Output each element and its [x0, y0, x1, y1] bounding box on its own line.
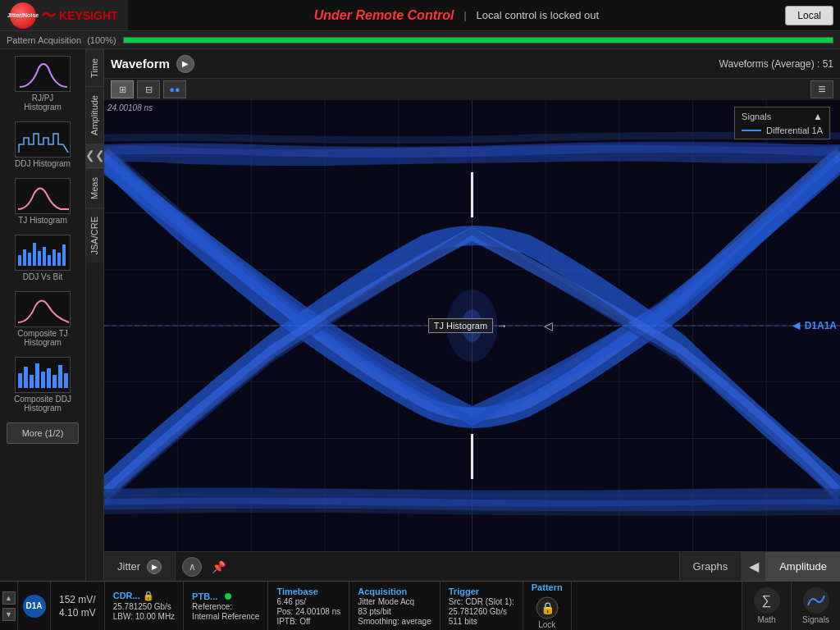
svg-rect-23: [58, 365, 62, 388]
svg-rect-17: [24, 367, 28, 388]
signals-header: Signals ▲: [742, 111, 823, 122]
header: Jitter/Noise 〜 KEYSIGHT Under Remote Con…: [0, 0, 840, 31]
sidebar-thumb-ddj: [15, 121, 71, 158]
pattern-label: Pattern Acquisition (100%): [7, 35, 116, 45]
signals-button[interactable]: Signals: [791, 582, 840, 630]
sidebar-label-tj: TJ Histogram: [18, 216, 66, 225]
lock-label: Lock: [532, 620, 563, 629]
keysight-logo: 〜 KEYSIGHT: [41, 6, 118, 25]
ptb-title: PTB...: [192, 591, 259, 601]
sidebar-item-ddj[interactable]: DDJ Histogram: [3, 118, 82, 171]
pattern-fill: [124, 38, 833, 43]
waveform-play-button[interactable]: ▶: [176, 55, 194, 73]
sidebar-thumb-ddj-bit: [15, 235, 71, 271]
status-trigger-section: Trigger Src: CDR (Slot 1): 25.781260 Gb/…: [441, 582, 523, 630]
math-label: Math: [757, 615, 775, 624]
svg-rect-13: [62, 244, 66, 266]
tj-histogram-label: TJ Histogram: [428, 318, 493, 333]
svg-rect-24: [64, 373, 68, 388]
svg-rect-7: [33, 243, 36, 266]
remote-control-bar: Under Remote Control | Local control is …: [128, 8, 786, 23]
trigger-title: Trigger: [449, 587, 514, 596]
vtab-meas[interactable]: Meas: [86, 168, 103, 208]
eye-diagram-canvas: 24.00108 ns Signals ▲ Differential 1A TJ…: [104, 100, 840, 551]
math-button[interactable]: ∑ Math: [742, 582, 791, 630]
vtab-jsacre[interactable]: JSA/CRE: [86, 208, 103, 262]
pattern-bar: Pattern Acquisition (100%): [0, 31, 840, 49]
signals-expand-icon[interactable]: ▲: [813, 111, 823, 122]
svg-text:🔒: 🔒: [540, 601, 555, 615]
sidebar-thumb-ctj: [15, 291, 71, 327]
amplitude-button[interactable]: Amplitude: [766, 552, 840, 581]
status-nav-down[interactable]: ▼: [2, 608, 16, 621]
bottom-toolbar: Jitter ▶ ∧ 📌 Graphs ◀ Amplitude: [104, 551, 840, 581]
status-nav: ▲ ▼: [0, 582, 18, 630]
keysight-wave-icon: 〜: [41, 6, 56, 25]
svg-rect-9: [43, 247, 46, 266]
acq-title: Acquisition: [358, 587, 431, 596]
local-button[interactable]: Local: [785, 6, 833, 25]
header-logo: Jitter/Noise 〜 KEYSIGHT: [0, 0, 128, 30]
svg-rect-8: [38, 251, 41, 266]
toolbar-btn-grid2[interactable]: ⊟: [137, 80, 160, 98]
toolbar-btn-dots[interactable]: ●●: [163, 80, 186, 98]
d1a-circle-badge: D1A: [23, 595, 46, 618]
sidebar-label-ddj: DDJ Histogram: [15, 159, 71, 168]
vertical-tab-container: Time Amplitude ❮❮ Meas JSA/CRE: [86, 49, 104, 581]
sidebar-item-cddj[interactable]: Composite DDJ Histogram: [3, 354, 82, 416]
svg-rect-11: [52, 249, 56, 266]
pin-button[interactable]: 📌: [208, 557, 228, 577]
cddj-thumbnail: [16, 357, 70, 393]
svg-rect-20: [41, 372, 45, 388]
waveform-avg: Waveforms (Average) : 51: [719, 58, 833, 70]
pattern-lock-icon: 🔒: [536, 596, 559, 619]
ptb-dot-icon: [225, 593, 231, 600]
signals-icon: [803, 587, 829, 614]
signals-item: Differential 1A: [742, 126, 823, 135]
toolbar-menu-button[interactable]: ≡: [810, 80, 833, 98]
waveform-header: Waveform ▶ Waveforms (Average) : 51: [104, 49, 840, 79]
svg-rect-16: [18, 373, 22, 388]
sidebar-thumb-cddj: [15, 357, 71, 393]
sidebar-label-rjpj: RJ/PJ Histogram: [24, 94, 62, 112]
ddj-thumbnail: [16, 121, 70, 158]
left-sidebar: RJ/PJ Histogram DDJ Histogram TJ His: [0, 49, 86, 581]
jitter-play-icon[interactable]: ▶: [147, 559, 162, 574]
tj-histogram-marker: TJ Histogram → ◁: [428, 318, 553, 333]
sidebar-item-ddj-bit[interactable]: DDJ Vs Bit: [3, 231, 82, 285]
tj-arrow2-icon: ◁: [544, 319, 553, 332]
svg-rect-12: [57, 253, 61, 266]
d1a-label: ◄ D1A 1A: [790, 318, 837, 333]
sidebar-item-tj[interactable]: TJ Histogram: [3, 175, 82, 228]
arrow-left-button[interactable]: ◀: [742, 552, 766, 581]
status-timebase-section: Timebase 6.46 ps/ Pos: 24.00108 ns IPTB:…: [268, 582, 349, 630]
signals-legend: Signals ▲ Differential 1A: [734, 107, 830, 139]
jitter-button[interactable]: Jitter ▶: [104, 552, 176, 581]
sidebar-item-rjpj[interactable]: RJ/PJ Histogram: [3, 52, 82, 115]
signals-label: Signals: [802, 615, 829, 624]
svg-rect-19: [35, 363, 39, 388]
sidebar-label-ctj: Composite TJ Histogram: [17, 329, 68, 347]
remote-control-text: Under Remote Control: [314, 8, 454, 23]
toolbar-btn-grid1[interactable]: ⊞: [111, 80, 134, 98]
svg-rect-21: [47, 368, 51, 388]
sidebar-label-ddj-bit: DDJ Vs Bit: [23, 272, 62, 281]
nav-arrows: ∧: [176, 557, 208, 577]
status-acquisition-section: Acquisition Jitter Mode Acq 83 pts/bit S…: [349, 582, 441, 630]
pattern-status-title: Pattern: [532, 582, 563, 592]
sidebar-thumb-rjpj: [15, 56, 71, 92]
timebase-title: Timebase: [276, 587, 340, 596]
status-nav-up[interactable]: ▲: [2, 591, 16, 605]
sidebar-item-ctj[interactable]: Composite TJ Histogram: [3, 288, 82, 350]
more-button[interactable]: More (1/2): [7, 422, 79, 444]
vtab-collapse[interactable]: ❮❮: [86, 144, 104, 168]
status-cdr-section: CDR... 🔒 25.781250 Gb/s LBW: 10.00 MHz: [105, 582, 184, 630]
vtab-amplitude[interactable]: Amplitude: [86, 86, 103, 144]
ctj-thumbnail: [16, 291, 70, 327]
scroll-up-button[interactable]: ∧: [182, 557, 202, 577]
vtab-time[interactable]: Time: [86, 49, 103, 86]
status-right: ∑ Math Signals: [742, 582, 840, 630]
graphs-button[interactable]: Graphs: [679, 552, 742, 581]
tj-arrow-icon: →: [496, 319, 508, 332]
svg-rect-10: [48, 255, 51, 266]
